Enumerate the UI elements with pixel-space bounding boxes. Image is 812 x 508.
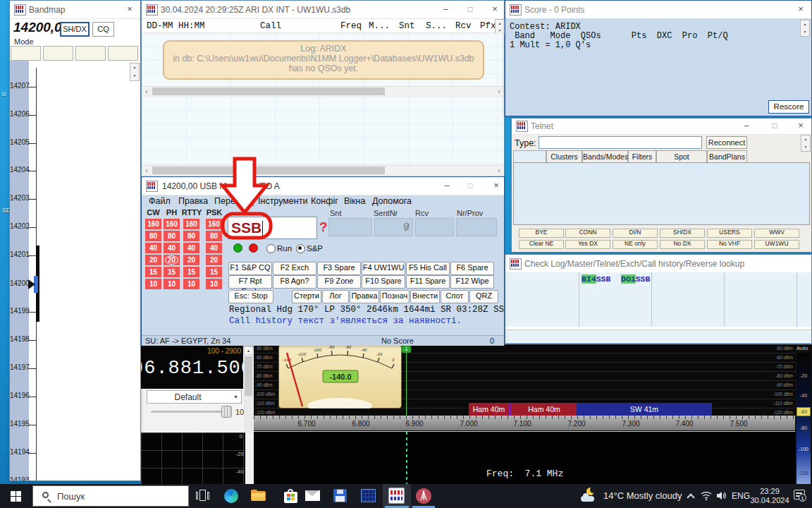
bandmap-mode-button[interactable]	[75, 46, 106, 61]
band-button[interactable]: 15	[145, 267, 161, 277]
shdx-button[interactable]: SH/DX	[60, 22, 90, 37]
score-spinner[interactable]: ▲ ▼	[800, 20, 810, 37]
floppy-save-icon[interactable]	[333, 489, 347, 503]
scroll-left-icon[interactable]: ‹	[142, 166, 152, 176]
sdr-waterfall[interactable]: Freq: 7.1 MHz	[254, 431, 796, 485]
band-button[interactable]: 80	[164, 231, 180, 241]
clock[interactable]: 23:29 30.04.2024	[749, 487, 791, 505]
scrollbar-thumb[interactable]	[245, 356, 252, 396]
speaker-icon[interactable]	[716, 491, 727, 500]
scroll-left-icon[interactable]: ‹	[142, 87, 152, 97]
tab-clusters[interactable]: Clusters	[546, 150, 582, 163]
cq-button[interactable]: CQ	[92, 22, 114, 37]
telnet-button-users[interactable]: USERS	[707, 229, 752, 238]
mail-icon[interactable]	[305, 490, 319, 504]
close-icon[interactable]: ×	[793, 120, 808, 132]
fkey-f4[interactable]: F4 UW1WU	[362, 262, 405, 275]
sp-radio[interactable]	[296, 244, 305, 253]
telnet-button-wwv[interactable]: WWV	[754, 229, 799, 238]
bandmap-mode-button[interactable]	[108, 46, 138, 61]
band-button[interactable]: 10	[145, 279, 161, 289]
ms-store-icon[interactable]	[284, 489, 298, 503]
band-button[interactable]: 40	[164, 243, 180, 253]
spreadsheet-grid-icon[interactable]	[361, 489, 375, 503]
sdr-volume-slider-handle[interactable]	[221, 406, 232, 418]
bandmap-zoom-spinner[interactable]: ▲ ▼	[130, 63, 140, 81]
nrprov-field[interactable]	[456, 218, 497, 236]
check-call-suggestion[interactable]: DO1SSB	[621, 274, 650, 284]
telnet-button-yes-dx[interactable]: Yes DX	[565, 240, 610, 249]
minimize-icon[interactable]: –	[739, 120, 754, 132]
log-button[interactable]: Лог	[322, 290, 349, 303]
scrollbar-thumb[interactable]	[152, 87, 385, 95]
fkey-f10[interactable]: F10 Spare	[362, 275, 405, 289]
rescore-button[interactable]: Rescore	[768, 100, 809, 114]
maximize-icon[interactable]: □	[462, 180, 478, 192]
start-button[interactable]	[0, 484, 32, 508]
auto-gain-label[interactable]: Auto	[796, 345, 808, 351]
tray-chevron-icon[interactable]	[687, 493, 694, 501]
telnet-titlebar[interactable]: Telnet – □ ×	[512, 119, 811, 135]
fkey-f7[interactable]: F7 Rpt Exch	[228, 275, 272, 289]
sdr-taskbar-button[interactable]	[411, 484, 436, 508]
check-titlebar[interactable]: Check Log/Master/Telnet/Exch/Call histor…	[505, 255, 811, 273]
tab-bands-modes[interactable]: Bands/Modes	[582, 150, 628, 163]
bandmap-titlebar[interactable]: Bandmap ×	[10, 1, 140, 19]
fkey-f12[interactable]: F12 Wipe	[450, 275, 494, 289]
edit-button[interactable]: Правка	[350, 290, 379, 303]
waterfall-contrast-bar[interactable]: -20 -40 -60 -80 -100 -120	[796, 353, 811, 485]
telnet-button-no-dx[interactable]: No DX	[660, 240, 705, 249]
band-button[interactable]: 20	[145, 255, 161, 265]
menu-file[interactable]: Файл	[149, 196, 171, 206]
n1mm-taskbar-button[interactable]	[383, 484, 411, 508]
mark-button[interactable]: Познач	[380, 290, 410, 303]
tuning-marker-flag[interactable]: 1	[402, 345, 411, 353]
sdr-frequency-scale[interactable]: 6.700 6.800 6.900 7.000 7.100 7.200 7.30…	[254, 416, 796, 430]
tab-filters[interactable]: Filters	[628, 150, 656, 163]
score-titlebar[interactable]: Score - 0 Points ×	[505, 1, 811, 19]
band-button[interactable]: 80	[183, 231, 199, 241]
minimize-icon[interactable]: –	[438, 4, 453, 16]
fkey-f1[interactable]: F1 S&P CQ	[228, 262, 272, 275]
menu-help[interactable]: Допомога	[372, 196, 412, 206]
fkey-f3[interactable]: F3 Spare	[317, 262, 361, 275]
log-column[interactable]: Freq	[340, 21, 362, 31]
close-icon[interactable]: ×	[793, 4, 808, 16]
task-view-button[interactable]	[196, 489, 210, 503]
log-column[interactable]: Snt	[399, 21, 415, 31]
fkey-f2[interactable]: F2 Exch	[273, 262, 316, 275]
scroll-right-icon[interactable]: ›	[494, 166, 504, 176]
spinner-up-icon[interactable]: ▲	[801, 135, 810, 143]
sentnr-field[interactable]: 0	[374, 218, 413, 236]
notification-center-icon[interactable]: 1	[794, 490, 805, 500]
spinner-up-icon[interactable]: ▲	[801, 20, 809, 28]
telnet-button-uw1wu[interactable]: UW1WU	[754, 240, 799, 249]
esc-stop-button[interactable]: Esc: Stop	[228, 290, 273, 303]
band-button[interactable]: 10	[183, 279, 199, 289]
log-column[interactable]: Pfx	[480, 21, 496, 31]
spinner-up-icon[interactable]: ▲	[130, 64, 139, 72]
fkey-f5[interactable]: F5 His Call	[406, 262, 450, 275]
telnet-output-area[interactable]	[513, 162, 810, 225]
check-call-suggestion[interactable]: BI4SSB	[582, 274, 610, 284]
telnet-button-shdx[interactable]: SH/DX	[660, 229, 705, 238]
band-button[interactable]: 20	[206, 255, 222, 265]
telnet-button-conn[interactable]: CONN	[565, 229, 610, 238]
bandmap-mode-button[interactable]	[43, 46, 73, 61]
spinner-up-icon[interactable]: ▲	[496, 20, 504, 27]
telnet-button-bye[interactable]: BYE	[519, 229, 564, 238]
contrast-slider-handle[interactable]: -60	[796, 407, 811, 416]
telnet-button-din[interactable]: DI/N	[613, 229, 658, 238]
entry-titlebar[interactable]: 14200,00 USB Manual - VFO A – □ ×	[142, 177, 504, 195]
language-indicator[interactable]: ENG	[732, 491, 750, 501]
spinner-down-icon[interactable]: ▼	[130, 72, 139, 80]
wipe-button[interactable]: Стерти	[292, 290, 321, 303]
log-column[interactable]: Call	[260, 21, 281, 31]
band-button[interactable]: 15	[164, 267, 180, 277]
log-column[interactable]: S...	[426, 21, 447, 31]
weather-text[interactable]: 14°C Mostly cloudy	[603, 490, 682, 501]
maximize-icon[interactable]: □	[767, 120, 782, 132]
band-button[interactable]: 15	[206, 267, 222, 277]
menu-windows[interactable]: Вікна	[344, 196, 365, 206]
telnet-command-input[interactable]	[539, 136, 702, 149]
